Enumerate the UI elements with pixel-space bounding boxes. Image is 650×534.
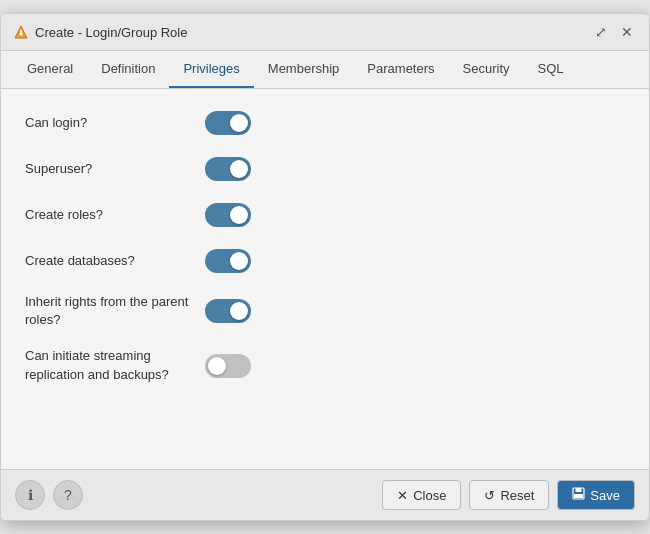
title-bar: Create - Login/Group Role ⤢ ✕	[1, 14, 649, 51]
info-icon: ℹ	[28, 487, 33, 503]
privilege-row-can-login: Can login?	[25, 109, 625, 137]
privilege-row-create-roles: Create roles?	[25, 201, 625, 229]
privilege-label-inherit-rights: Inherit rights from the parent roles?	[25, 293, 205, 329]
tab-bar: GeneralDefinitionPrivilegesMembershipPar…	[1, 51, 649, 89]
privilege-label-superuser: Superuser?	[25, 160, 205, 178]
privilege-label-create-roles: Create roles?	[25, 206, 205, 224]
footer-left-actions: ℹ ?	[15, 480, 83, 510]
close-label: Close	[413, 488, 446, 503]
help-button[interactable]: ?	[53, 480, 83, 510]
close-button[interactable]: ✕ Close	[382, 480, 461, 510]
footer: ℹ ? ✕ Close ↺ Reset	[1, 469, 649, 520]
reset-button[interactable]: ↺ Reset	[469, 480, 549, 510]
toggle-streaming-replication[interactable]	[205, 354, 251, 378]
toggle-thumb-superuser	[230, 160, 248, 178]
toggle-thumb-streaming-replication	[208, 357, 226, 375]
tab-privileges[interactable]: Privileges	[169, 51, 253, 88]
reset-icon: ↺	[484, 488, 495, 503]
title-bar-left: Create - Login/Group Role	[13, 24, 187, 40]
save-button[interactable]: Save	[557, 480, 635, 510]
close-window-button[interactable]: ✕	[617, 22, 637, 42]
toggle-track-inherit-rights	[205, 299, 251, 323]
dialog-window: Create - Login/Group Role ⤢ ✕ GeneralDef…	[0, 13, 650, 521]
tab-definition[interactable]: Definition	[87, 51, 169, 88]
toggle-thumb-inherit-rights	[230, 302, 248, 320]
privilege-label-create-databases: Create databases?	[25, 252, 205, 270]
tab-sql[interactable]: SQL	[524, 51, 578, 88]
toggle-track-streaming-replication	[205, 354, 251, 378]
expand-button[interactable]: ⤢	[591, 22, 611, 42]
toggle-track-can-login	[205, 111, 251, 135]
toggle-thumb-can-login	[230, 114, 248, 132]
privilege-label-streaming-replication: Can initiate streaming replication and b…	[25, 347, 205, 383]
toggle-track-superuser	[205, 157, 251, 181]
svg-rect-4	[576, 488, 582, 492]
privilege-row-superuser: Superuser?	[25, 155, 625, 183]
toggle-thumb-create-databases	[230, 252, 248, 270]
toggle-track-create-roles	[205, 203, 251, 227]
info-button[interactable]: ℹ	[15, 480, 45, 510]
privilege-label-can-login: Can login?	[25, 114, 205, 132]
help-icon: ?	[64, 487, 72, 503]
toggle-track-create-databases	[205, 249, 251, 273]
tab-general[interactable]: General	[13, 51, 87, 88]
toggle-create-databases[interactable]	[205, 249, 251, 273]
privilege-row-streaming-replication: Can initiate streaming replication and b…	[25, 347, 625, 383]
reset-label: Reset	[500, 488, 534, 503]
tab-parameters[interactable]: Parameters	[353, 51, 448, 88]
toggle-can-login[interactable]	[205, 111, 251, 135]
svg-rect-5	[574, 494, 583, 498]
privilege-row-create-databases: Create databases?	[25, 247, 625, 275]
close-icon: ✕	[397, 488, 408, 503]
toggle-superuser[interactable]	[205, 157, 251, 181]
footer-right-actions: ✕ Close ↺ Reset Save	[382, 480, 635, 510]
window-title: Create - Login/Group Role	[35, 25, 187, 40]
tab-membership[interactable]: Membership	[254, 51, 354, 88]
app-icon	[13, 24, 29, 40]
privileges-content: Can login?Superuser?Create roles?Create …	[1, 89, 649, 469]
tab-security[interactable]: Security	[449, 51, 524, 88]
save-icon	[572, 487, 585, 503]
toggle-inherit-rights[interactable]	[205, 299, 251, 323]
title-bar-controls: ⤢ ✕	[591, 22, 637, 42]
save-label: Save	[590, 488, 620, 503]
toggle-create-roles[interactable]	[205, 203, 251, 227]
toggle-thumb-create-roles	[230, 206, 248, 224]
privilege-row-inherit-rights: Inherit rights from the parent roles?	[25, 293, 625, 329]
